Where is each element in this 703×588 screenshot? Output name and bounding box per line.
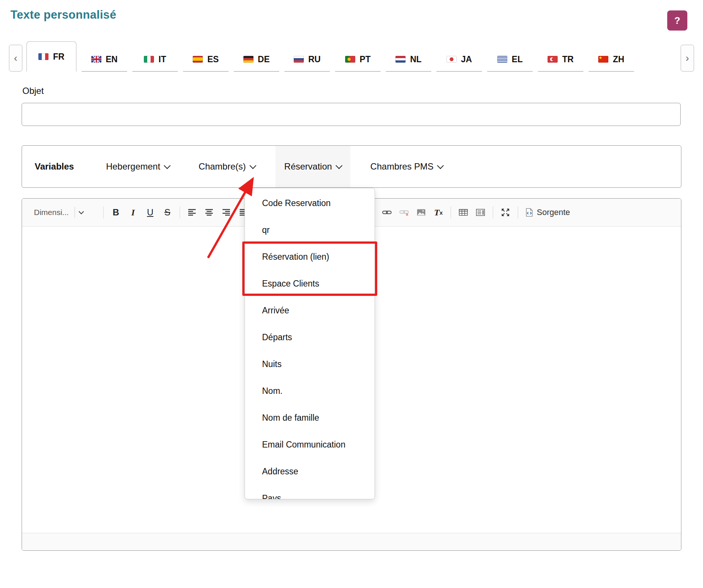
language-tab-bar: ‹ FR EN IT ES DE (9, 40, 694, 72)
toolbar-separator (451, 206, 451, 218)
menu-item-espace-clients[interactable]: Espace Clients (245, 270, 375, 297)
flag-tr-icon (548, 56, 558, 63)
link-button[interactable] (378, 204, 395, 221)
flag-pt-icon (345, 56, 355, 63)
maximize-icon (501, 208, 510, 217)
align-right-icon (223, 209, 231, 216)
editor-footer (22, 533, 681, 550)
tab-label: PT (360, 54, 371, 64)
tab-it[interactable]: IT (132, 47, 178, 72)
tab-ja[interactable]: JA (436, 47, 482, 72)
objet-label: Objet (22, 86, 44, 96)
tab-el[interactable]: EL (487, 47, 533, 72)
insert-table-button[interactable] (455, 204, 472, 221)
variables-menu-reservation[interactable]: Réservation (275, 146, 350, 187)
image-icon (417, 209, 426, 216)
align-center-button[interactable] (201, 204, 218, 221)
menu-item-email-communication[interactable]: Email Communication (245, 431, 375, 458)
italic-button[interactable]: I (124, 204, 142, 221)
tab-label: ZH (613, 54, 624, 64)
reservation-dropdown-menu: Code Reservation qr Réservation (lien) E… (245, 188, 375, 499)
font-size-combo[interactable]: Dimensi... (29, 204, 100, 221)
flag-el-icon (497, 56, 507, 63)
language-tabs: FR EN IT ES DE RU (22, 41, 681, 72)
tab-nl[interactable]: NL (386, 47, 431, 72)
menu-item-pays[interactable]: Pays (245, 485, 375, 499)
tab-tr[interactable]: TR (538, 47, 583, 72)
tab-label: EN (106, 54, 118, 64)
unlink-icon (399, 209, 409, 216)
menu-label: Hebergement (106, 161, 160, 172)
menu-item-departs[interactable]: Départs (245, 324, 375, 351)
align-center-icon (205, 209, 214, 216)
variables-bar: Variables Hebergement Chambre(s) Réserva… (22, 145, 681, 188)
variables-label: Variables (35, 161, 74, 172)
tab-en[interactable]: EN (82, 47, 127, 72)
tabs-scroll-left-button[interactable]: ‹ (9, 45, 22, 72)
flag-ja-icon (447, 56, 457, 63)
tab-label: IT (158, 54, 166, 64)
page-title: Texte personnalisé (10, 8, 116, 22)
unlink-button[interactable] (395, 204, 413, 221)
toolbar-separator (180, 206, 180, 218)
toolbar-separator (518, 206, 518, 218)
help-button[interactable]: ? (667, 10, 687, 31)
remove-format-label: T (434, 208, 439, 218)
chevron-down-icon (79, 209, 84, 214)
font-size-combo-label: Dimensi... (34, 208, 69, 217)
menu-item-code-reservation[interactable]: Code Reservation (245, 190, 375, 216)
source-icon (526, 208, 533, 217)
chevron-down-icon (249, 162, 256, 169)
page: Texte personnalisé ? ‹ FR EN IT ES (0, 0, 703, 588)
link-icon (382, 209, 392, 216)
chevron-down-icon (335, 162, 342, 169)
source-button[interactable]: Sorgente (522, 208, 574, 217)
flag-zh-icon (598, 56, 608, 63)
variables-menu-chambres-pms[interactable]: Chambres PMS (362, 146, 452, 187)
variables-menu-chambres[interactable]: Chambre(s) (190, 146, 264, 187)
menu-item-nuits[interactable]: Nuits (245, 351, 375, 377)
menu-item-nom[interactable]: Nom. (245, 377, 375, 404)
tab-es[interactable]: ES (183, 47, 228, 72)
source-label: Sorgente (537, 208, 570, 217)
flag-en-icon (91, 56, 101, 63)
flag-fr-icon (38, 53, 48, 60)
tab-de[interactable]: DE (234, 47, 279, 72)
toolbar-separator (493, 206, 493, 218)
menu-item-reservation-lien[interactable]: Réservation (lien) (245, 243, 375, 270)
chevron-down-icon (437, 162, 444, 169)
tab-fr[interactable]: FR (26, 41, 76, 72)
flag-de-icon (243, 56, 253, 63)
tab-label: ES (207, 54, 219, 64)
menu-item-arrivee[interactable]: Arrivée (245, 297, 375, 324)
menu-label: Chambres PMS (371, 161, 434, 172)
flag-ru-icon (294, 56, 304, 63)
align-left-icon (188, 209, 196, 216)
align-right-button[interactable] (218, 204, 235, 221)
flag-nl-icon (395, 56, 406, 63)
insert-image-button[interactable] (413, 204, 430, 221)
menu-item-qr[interactable]: qr (245, 216, 375, 243)
tab-ru[interactable]: RU (284, 47, 330, 72)
menu-label: Réservation (284, 161, 332, 172)
objet-input[interactable] (22, 103, 681, 126)
variables-menu-hebergement[interactable]: Hebergement (97, 146, 178, 187)
combo-divider (75, 207, 75, 218)
strikethrough-button[interactable]: S (159, 204, 176, 221)
align-left-button[interactable] (184, 204, 201, 221)
maximize-button[interactable] (497, 204, 514, 221)
tab-pt[interactable]: PT (335, 47, 381, 72)
tab-zh[interactable]: ZH (589, 47, 634, 72)
tabs-scroll-right-button[interactable]: › (681, 45, 694, 72)
remove-format-button[interactable]: Tx (430, 204, 447, 221)
underline-button[interactable]: U (142, 204, 159, 221)
remove-format-sub: x (439, 209, 442, 216)
bold-button[interactable]: B (107, 204, 124, 221)
flag-it-icon (144, 56, 154, 63)
tab-label: FR (53, 52, 64, 62)
menu-item-nom-de-famille[interactable]: Nom de famille (245, 404, 375, 431)
menu-item-addresse[interactable]: Addresse (245, 458, 375, 485)
flag-es-icon (193, 56, 203, 63)
tab-label: DE (258, 54, 270, 64)
insert-iframe-button[interactable] (472, 204, 489, 221)
